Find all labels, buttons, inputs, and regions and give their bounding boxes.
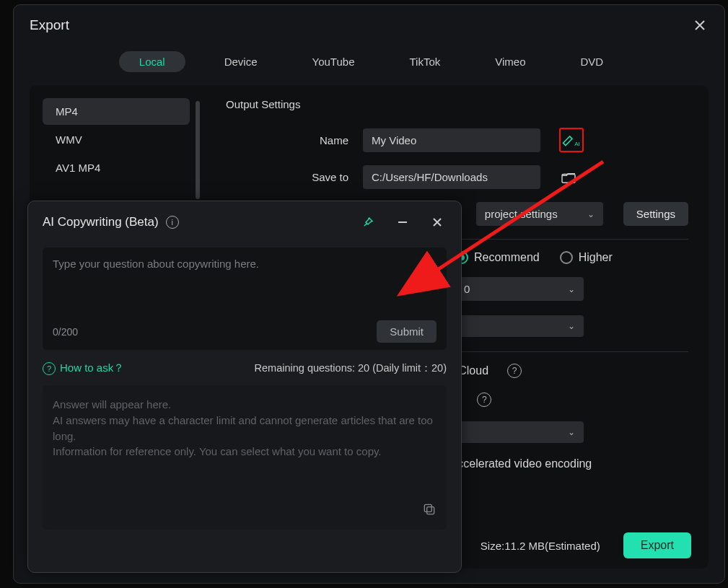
- question-placeholder: Type your question about copywriting her…: [53, 258, 437, 270]
- char-count: 0/200: [53, 326, 78, 338]
- saveto-label: Save to: [226, 171, 348, 183]
- chevron-down-icon: ⌄: [568, 427, 575, 437]
- saveto-field[interactable]: C:/Users/HF/Downloads: [363, 165, 540, 189]
- ai-copywriting-dialog: AI Copywriting (Beta) i Type your questi…: [27, 201, 462, 573]
- dropdown-a-value: 0: [464, 283, 470, 295]
- answer-line: Answer will appear here.: [53, 397, 437, 413]
- name-label: Name: [226, 134, 348, 146]
- name-input[interactable]: [363, 128, 540, 152]
- svg-rect-1: [427, 507, 434, 514]
- submit-button[interactable]: Submit: [377, 320, 437, 343]
- remaining-questions: Remaining questions: 20 (Daily limit：20): [255, 361, 447, 375]
- tab-local[interactable]: Local: [119, 51, 185, 72]
- question-input[interactable]: Type your question about copywriting her…: [43, 247, 447, 350]
- how-to-ask-label: How to ask？: [60, 361, 124, 375]
- quality-recommend[interactable]: Recommend: [455, 251, 540, 264]
- preset-dropdown[interactable]: project settings ⌄: [476, 202, 603, 226]
- section-title: Output Settings: [226, 98, 688, 110]
- ai-edit-icon[interactable]: AI: [559, 128, 584, 152]
- preset-value: project settings: [485, 208, 558, 220]
- tab-vimeo[interactable]: Vimeo: [479, 51, 541, 72]
- svg-rect-2: [424, 505, 431, 512]
- info-icon[interactable]: i: [166, 216, 179, 229]
- copy-icon[interactable]: [422, 502, 437, 521]
- close-icon[interactable]: [428, 213, 447, 232]
- footer-size: Size:11.2 MB(Estimated): [481, 540, 600, 552]
- answer-output: Answer will appear here. AI answers may …: [43, 385, 447, 530]
- saveto-value: C:/Users/HF/Downloads: [372, 171, 488, 183]
- export-button[interactable]: Export: [623, 532, 691, 558]
- quality-recommend-label: Recommend: [474, 251, 540, 264]
- dropdown-b[interactable]: ⌄: [455, 315, 584, 337]
- ai-dialog-title: AI Copywriting (Beta): [43, 215, 159, 229]
- answer-line: AI answers may have a character limit an…: [53, 413, 437, 444]
- minimize-icon[interactable]: [393, 213, 412, 232]
- chevron-down-icon: ⌄: [568, 284, 575, 294]
- dropdown-c[interactable]: ⌄: [455, 421, 584, 443]
- tab-tiktok[interactable]: TikTok: [393, 51, 456, 72]
- tab-youtube[interactable]: YouTube: [297, 51, 371, 72]
- tab-dvd[interactable]: DVD: [565, 51, 620, 72]
- dialog-title: Export: [30, 17, 69, 33]
- help-icon[interactable]: ?: [477, 392, 491, 407]
- quality-higher[interactable]: Higher: [560, 251, 613, 264]
- help-icon[interactable]: ?: [507, 364, 522, 378]
- how-to-ask-link[interactable]: ? How to ask？: [43, 361, 124, 375]
- export-tabs: Local Device YouTube TikTok Vimeo DVD: [14, 41, 724, 85]
- format-av1mp4[interactable]: AV1 MP4: [43, 154, 190, 181]
- pin-icon[interactable]: [359, 213, 377, 232]
- chevron-down-icon: ⌄: [568, 321, 575, 331]
- folder-icon[interactable]: [559, 168, 578, 187]
- tab-device[interactable]: Device: [209, 51, 273, 72]
- quality-higher-label: Higher: [579, 251, 613, 264]
- encoding-label: J accelerated video encoding: [442, 457, 592, 470]
- format-mp4[interactable]: MP4: [43, 98, 190, 125]
- settings-button[interactable]: Settings: [623, 202, 688, 226]
- dropdown-a[interactable]: 0 ⌄: [455, 277, 584, 301]
- format-wmv[interactable]: WMV: [43, 126, 190, 153]
- answer-line: Information for reference only. You can …: [53, 444, 437, 460]
- chevron-down-icon: ⌄: [587, 209, 595, 219]
- close-icon[interactable]: [691, 17, 709, 34]
- sidebar-scrollbar[interactable]: [196, 101, 200, 199]
